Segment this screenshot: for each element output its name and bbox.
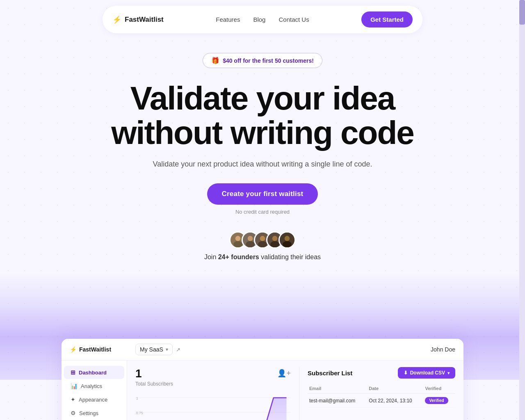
svg-point-1 [235,236,241,241]
subscriber-table: Email Date Verified test-mail@gmail.com … [308,383,455,408]
dashboard-brand: ⚡ FastWaitlist [70,346,135,353]
external-link-icon[interactable]: ↗ [176,347,180,353]
table-header-row: Email Date Verified [308,383,455,394]
navbar: ⚡ FastWaitlist Features Blog Contact Us … [103,6,422,33]
nav-links: Features Blog Contact Us [216,16,309,23]
grid-icon: ⊞ [71,369,75,376]
cta-group: Create your first waitlist No credit car… [8,183,517,215]
hero-heading: Validate your idea without writing code [107,81,418,150]
dashboard-sidebar: ⊞ Dashboard 📊 Analytics ✦ Appearance ⚙ S… [62,361,127,420]
svg-point-4 [248,236,253,241]
sidebar-label-analytics: Analytics [81,383,102,389]
svg-text:0.75: 0.75 [136,411,143,415]
founders-section: Join 24+ founders validating their ideas [8,231,517,261]
subscriber-list-title: Subscriber List [308,370,352,377]
svg-point-13 [285,236,290,241]
dash-brand-name: FastWaitlist [79,346,111,353]
svg-point-2 [233,241,242,248]
add-user-icon[interactable]: 👤+ [277,369,291,378]
row-date: Oct 22, 2024, 13:10 [367,394,423,408]
dashboard-main: 1 Total Subscribers 👤+ [127,361,463,420]
chevron-down-icon: ▾ [447,371,450,375]
founders-bold: 24+ founders [218,253,259,260]
stats-chart-area: 1 Total Subscribers 👤+ [135,367,299,420]
verified-badge: Verified [425,397,448,404]
hero-subtext: Validate your next product idea without … [8,160,517,169]
dashboard-user: John Doe [431,346,455,353]
dashboard-topbar: ⚡ FastWaitlist My SaaS ▾ ↗ John Doe [62,339,463,361]
svg-point-14 [283,241,292,248]
brand-name: FastWaitlist [125,16,164,24]
svg-point-11 [270,241,279,248]
hero-heading-line2: without writing code [111,114,414,151]
svg-point-7 [260,236,265,241]
subscriber-panel: Subscriber List ⬇ Download CSV ▾ Email D… [299,367,455,420]
total-subscribers-stat: 1 Total Subscribers [135,367,173,387]
bar-chart-icon: 📊 [71,383,78,389]
sidebar-item-dashboard[interactable]: ⊞ Dashboard [64,366,124,379]
svg-point-5 [246,241,255,248]
sidebar-item-appearance[interactable]: ✦ Appearance [64,393,124,406]
subscriber-count: 1 [135,367,173,380]
table-row: test-mail@gmail.com Oct 22, 2024, 13:10 … [308,394,455,408]
sidebar-item-analytics[interactable]: 📊 Analytics [64,379,124,393]
nav-features[interactable]: Features [216,16,240,23]
row-email: test-mail@gmail.com [308,394,367,408]
sidebar-label-settings: Settings [79,410,98,416]
gift-icon: 🎁 [211,57,219,64]
promo-badge: 🎁 $40 off for the first 50 customers! [203,53,322,68]
saas-name: My SaaS [140,346,163,353]
no-credit-card-text: No credit card required [235,209,290,215]
get-started-button[interactable]: Get Started [361,11,413,27]
founders-pre: Join [204,253,218,260]
download-icon: ⬇ [404,370,408,376]
col-verified: Verified [423,383,455,394]
subscriber-panel-header: Subscriber List ⬇ Download CSV ▾ [308,367,455,379]
hero-section: 🎁 $40 off for the first 50 customers! Va… [0,33,525,285]
col-date: Date [367,383,423,394]
settings-icon: ⚙ [71,410,76,416]
promo-text: $40 off for the first 50 customers! [223,57,314,64]
dashboard-content-row: 1 Total Subscribers 👤+ [135,367,455,420]
nav-brand: ⚡ FastWaitlist [112,15,164,24]
sidebar-label-appearance: Appearance [79,397,107,403]
svg-point-10 [272,236,278,241]
svg-text:1: 1 [136,396,138,400]
lightning-icon: ⚡ [112,15,121,24]
appearance-icon: ✦ [71,396,75,403]
sidebar-label-dashboard: Dashboard [79,370,107,376]
download-csv-button[interactable]: ⬇ Download CSV ▾ [398,367,455,379]
scrollbar-thumb[interactable] [519,0,525,25]
svg-point-8 [258,241,267,248]
dashboard-body: ⊞ Dashboard 📊 Analytics ✦ Appearance ⚙ S… [62,361,463,420]
subscriber-label: Total Subscribers [135,381,173,387]
sidebar-item-settings[interactable]: ⚙ Settings [64,406,124,420]
scrollbar[interactable] [519,0,525,420]
dashboard-preview: ⚡ FastWaitlist My SaaS ▾ ↗ John Doe ⊞ Da… [62,339,463,420]
caret-icon: ▾ [166,347,168,352]
row-verified: Verified [423,394,455,408]
download-label: Download CSV [410,370,445,376]
chart-area: 1 0.75 0.5 0.25 [135,393,291,420]
avatar [278,231,296,249]
founders-post: validating their ideas [259,253,321,260]
dash-lightning-icon: ⚡ [70,346,77,353]
hero-heading-line1: Validate your idea [130,80,395,116]
cta-button[interactable]: Create your first waitlist [207,183,318,205]
nav-blog[interactable]: Blog [253,16,265,23]
founders-text: Join 24+ founders validating their ideas [204,253,321,261]
saas-selector[interactable]: My SaaS ▾ [135,344,173,355]
col-email: Email [308,383,367,394]
avatars-group [229,231,296,249]
nav-contact[interactable]: Contact Us [278,16,309,23]
